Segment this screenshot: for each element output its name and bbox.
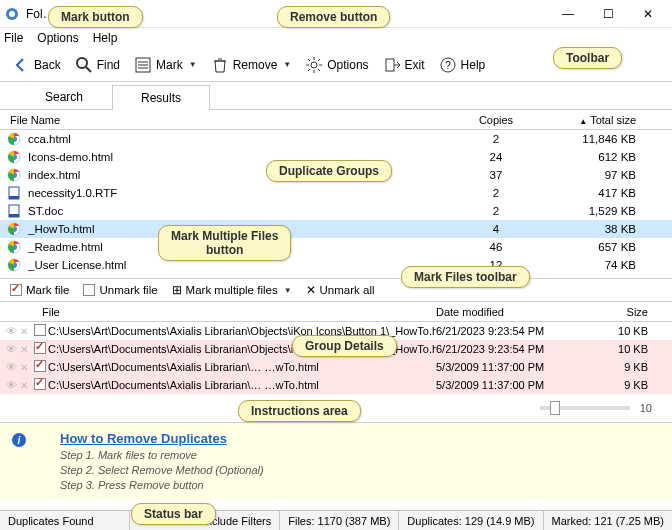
table-row[interactable]: _Readme.html 46 657 KB	[0, 238, 672, 256]
info-icon: i	[12, 433, 26, 447]
dcol-size[interactable]: Size	[586, 306, 666, 318]
svg-rect-16	[9, 196, 19, 199]
help-icon: ?	[439, 56, 457, 74]
file-name: cca.html	[28, 133, 456, 145]
file-date: 6/21/2023 9:23:54 PM	[436, 325, 586, 337]
eye-icon[interactable]: 👁	[6, 325, 20, 337]
svg-text:?: ?	[445, 60, 451, 71]
options-button[interactable]: Options	[299, 53, 374, 77]
checkbox-icon	[83, 284, 95, 296]
chrome-icon	[6, 149, 22, 165]
unmark-all[interactable]: ✕ Unmark all	[306, 283, 375, 297]
file-size: 417 KB	[536, 187, 666, 199]
file-copies: 12	[456, 259, 536, 271]
remove-button[interactable]: Remove ▼	[205, 53, 298, 77]
help-button[interactable]: ? Help	[433, 53, 492, 77]
file-date: 6/21/2023 9:23:54 PM	[436, 343, 586, 355]
table-row[interactable]: Icons-demo.html 24 612 KB	[0, 148, 672, 166]
table-row[interactable]: index.html 37 97 KB	[0, 166, 672, 184]
mark-file[interactable]: Mark file	[10, 284, 69, 296]
chrome-icon	[6, 257, 22, 273]
file-name: Icons-demo.html	[28, 151, 456, 163]
file-name: index.html	[28, 169, 456, 181]
status-files: Files: 1170 (387 MB)	[280, 511, 399, 530]
file-copies: 24	[456, 151, 536, 163]
exit-button[interactable]: Exit	[377, 53, 431, 77]
delete-icon[interactable]: ✕	[20, 344, 34, 355]
chevron-down-icon: ▼	[283, 60, 291, 69]
chrome-icon	[6, 239, 22, 255]
detail-row[interactable]: 👁 ✕ C:\Users\Art\Documents\Axialis Libra…	[0, 322, 672, 340]
mark-checkbox[interactable]	[34, 360, 48, 374]
table-row[interactable]: cca.html 2 11,846 KB	[0, 130, 672, 148]
maximize-button[interactable]: ☐	[588, 2, 628, 26]
file-size: 10 KB	[586, 343, 666, 355]
status-filters: No Include/Exclude Filters	[130, 511, 280, 530]
table-row[interactable]: necessity1.0.RTF 2 417 KB	[0, 184, 672, 202]
file-path: C:\Users\Art\Documents\Axialis Librarian…	[48, 379, 436, 391]
status-duplicates: Duplicates: 129 (14.9 MB)	[399, 511, 543, 530]
tab-search[interactable]: Search	[16, 84, 112, 109]
unmark-file[interactable]: Unmark file	[83, 284, 157, 296]
zoom-value: 10	[640, 402, 652, 414]
table-row[interactable]: _HowTo.html 4 38 KB	[0, 220, 672, 238]
back-button[interactable]: Back	[6, 53, 67, 77]
mark-multiple-files[interactable]: ⊞ Mark multiple files ▼	[172, 283, 292, 297]
status-marked: Marked: 121 (7.25 MB)	[544, 511, 673, 530]
instructions-area: i How to Remove Duplicates Step 1. Mark …	[0, 422, 672, 500]
col-filename[interactable]: File Name	[6, 114, 456, 126]
file-name: _User License.html	[28, 259, 456, 271]
eye-icon[interactable]: 👁	[6, 343, 20, 355]
file-date: 5/3/2009 11:37:00 PM	[436, 379, 586, 391]
col-copies[interactable]: Copies	[456, 114, 536, 126]
detail-list[interactable]: 👁 ✕ C:\Users\Art\Documents\Axialis Libra…	[0, 322, 672, 394]
mark-button[interactable]: Mark ▼	[128, 53, 203, 77]
chevron-down-icon: ▼	[189, 60, 197, 69]
mark-checkbox[interactable]	[34, 378, 48, 392]
menubar: File Options Help	[0, 28, 672, 48]
table-row[interactable]: _User License.html 12 74 KB	[0, 256, 672, 274]
mark-checkbox[interactable]	[34, 342, 48, 356]
instructions-title[interactable]: How to Remove Duplicates	[60, 431, 227, 446]
file-size: 1,529 KB	[536, 205, 666, 217]
close-button[interactable]: ✕	[628, 2, 668, 26]
menu-options[interactable]: Options	[37, 31, 78, 45]
file-copies: 37	[456, 169, 536, 181]
back-icon	[12, 56, 30, 74]
eye-icon[interactable]: 👁	[6, 379, 20, 391]
results-list[interactable]: cca.html 2 11,846 KB Icons-demo.html 24 …	[0, 130, 672, 274]
tab-results[interactable]: Results	[112, 85, 210, 110]
delete-icon[interactable]: ✕	[20, 362, 34, 373]
detail-columns: File Date modified Size	[0, 302, 672, 322]
file-path: C:\Users\Art\Documents\Axialis Librarian…	[48, 361, 436, 373]
menu-file[interactable]: File	[4, 31, 23, 45]
find-button[interactable]: Find	[69, 53, 126, 77]
file-copies: 2	[456, 187, 536, 199]
mark-checkbox[interactable]	[34, 324, 48, 338]
zoom-slider[interactable]	[540, 406, 630, 410]
chevron-down-icon: ▼	[284, 286, 292, 295]
table-row[interactable]: ST.doc 2 1,529 KB	[0, 202, 672, 220]
delete-icon[interactable]: ✕	[20, 326, 34, 337]
col-totalsize[interactable]: ▲Total size	[536, 114, 666, 126]
slider-thumb[interactable]	[550, 401, 560, 415]
delete-icon[interactable]: ✕	[20, 380, 34, 391]
minimize-button[interactable]: —	[548, 2, 588, 26]
file-name: necessity1.0.RTF	[28, 187, 456, 199]
dcol-file[interactable]: File	[6, 306, 436, 318]
tabs: Search Results	[0, 84, 672, 110]
svg-line-3	[86, 67, 91, 72]
detail-row[interactable]: 👁 ✕ C:\Users\Art\Documents\Axialis Libra…	[0, 340, 672, 358]
file-size: 97 KB	[536, 169, 666, 181]
eye-icon[interactable]: 👁	[6, 361, 20, 373]
file-name: ST.doc	[28, 205, 456, 217]
detail-row[interactable]: 👁 ✕ C:\Users\Art\Documents\Axialis Libra…	[0, 376, 672, 394]
menu-help[interactable]: Help	[93, 31, 118, 45]
file-size: 74 KB	[536, 259, 666, 271]
dcol-date[interactable]: Date modified	[436, 306, 586, 318]
search-icon	[75, 56, 93, 74]
detail-row[interactable]: 👁 ✕ C:\Users\Art\Documents\Axialis Libra…	[0, 358, 672, 376]
file-size: 10 KB	[586, 325, 666, 337]
file-name: _HowTo.html	[28, 223, 456, 235]
file-size: 612 KB	[536, 151, 666, 163]
